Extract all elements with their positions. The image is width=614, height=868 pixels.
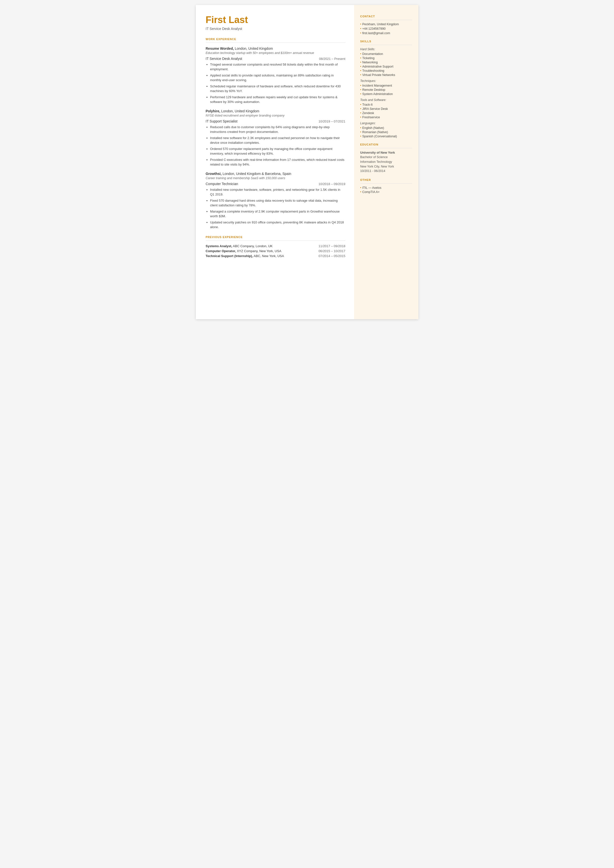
bullet-2-1: Reduced calls due to customer complaints… xyxy=(210,125,346,134)
skill-troubleshooting: Troubleshooting xyxy=(360,69,412,73)
company-location-3: London, United Kingdom & Barcelona, Spai… xyxy=(222,172,291,175)
skill-zendesk: Zendesk xyxy=(360,111,412,115)
contact-divider xyxy=(360,20,412,20)
edu-dates: 10/2011 - 06/2014 xyxy=(360,169,412,174)
company-location-1: London, United Kingdom xyxy=(234,47,273,50)
education-divider xyxy=(360,148,412,148)
other-itil: ITIL — Axelos xyxy=(360,186,412,189)
skill-english: English (Native) xyxy=(360,126,412,130)
work-experience-heading: WORK EXPERIENCE xyxy=(206,37,346,40)
right-column: CONTACT Peckham, United Kingdom +44 1234… xyxy=(354,5,419,319)
prev-dates-1: 11/2017 – 09/2018 xyxy=(318,244,345,248)
bullet-2-3: Ordered 570 computer replacement parts b… xyxy=(210,146,346,156)
job-title-1: IT Service Desk Analyst xyxy=(206,57,242,61)
prev-dates-2: 06/2015 – 10/2017 xyxy=(318,249,345,253)
skills-divider xyxy=(360,45,412,45)
skill-sys-admin: System Administration xyxy=(360,92,412,96)
skill-ticketing: Ticketing xyxy=(360,56,412,60)
job-title-3: Computer Technician xyxy=(206,182,238,186)
edu-degree: Bachelor of Science xyxy=(360,155,412,160)
prev-title-2: Computer Operator, XYZ Company, New York… xyxy=(206,249,281,253)
company-name-3: Growthsi, xyxy=(206,172,222,175)
bullet-2-4: Provided C-executives with real-time inf… xyxy=(210,157,346,167)
company-desc-3: Career training and membership SaaS with… xyxy=(206,176,346,180)
edu-location: New York City, New York xyxy=(360,164,412,169)
company-name-2: Polyhire, xyxy=(206,109,220,113)
previous-experience-divider xyxy=(206,241,346,241)
prev-title-1: Systems Analyst, ABC Company, London, UK xyxy=(206,244,273,248)
prev-exp-row-2: Computer Operator, XYZ Company, New York… xyxy=(206,249,346,253)
contact-address: Peckham, United Kingdom xyxy=(360,23,412,26)
skill-networking: Networking xyxy=(360,61,412,64)
job-dates-1: 08/2021 – Present xyxy=(319,57,345,61)
prev-title-3: Technical Support (Internship), ABC, New… xyxy=(206,254,284,258)
other-heading: OTHER xyxy=(360,179,412,182)
bullet-2-2: Installed new software for 2.3K employee… xyxy=(210,136,346,145)
prev-dates-3: 07/2014 – 05/2015 xyxy=(318,254,345,258)
candidate-title: IT Service Desk Analyst xyxy=(206,27,346,31)
company-desc-2: NYSE-listed recruitment and employer bra… xyxy=(206,114,346,117)
edu-field: Information Technology xyxy=(360,160,412,164)
job-title-2: IT Support Specialist xyxy=(206,119,238,123)
other-comptia: CompTIA A+ xyxy=(360,190,412,194)
languages-label: Languages: xyxy=(360,121,412,125)
company-block-3: Growthsi, London, United Kingdom & Barce… xyxy=(206,171,346,230)
skill-admin-support: Administrative Support xyxy=(360,65,412,68)
skill-romanian: Romanian (Native) xyxy=(360,130,412,134)
bullet-1-2: Applied social skills to provide rapid s… xyxy=(210,73,346,83)
skill-spanish: Spanish (Conversational) xyxy=(360,135,412,138)
bullet-1-1: Triaged several customer complaints and … xyxy=(210,62,346,72)
bullet-3-2: Fixed 570 damaged hard drives using data… xyxy=(210,198,346,208)
skill-documentation: Documentation xyxy=(360,52,412,56)
candidate-name: First Last xyxy=(206,15,346,25)
skill-vpn: Virtual Private Networks xyxy=(360,73,412,77)
job-dates-2: 10/2019 – 07/2021 xyxy=(318,120,345,123)
job-row-3: Computer Technician 10/2018 – 09/2019 xyxy=(206,182,346,186)
job-row-1: IT Service Desk Analyst 08/2021 – Presen… xyxy=(206,57,346,61)
prev-exp-row-1: Systems Analyst, ABC Company, London, UK… xyxy=(206,244,346,248)
skills-heading: SKILLS xyxy=(360,40,412,43)
bullet-list-3: Installed new computer hardware, softwar… xyxy=(206,187,346,230)
bullet-list-1: Triaged several customer complaints and … xyxy=(206,62,346,104)
bullet-1-3: Scheduled regular maintenance of hardwar… xyxy=(210,84,346,93)
job-row-2: IT Support Specialist 10/2019 – 07/2021 xyxy=(206,119,346,123)
skill-freshservice: Freshservice xyxy=(360,116,412,119)
job-dates-3: 10/2018 – 09/2019 xyxy=(318,182,345,186)
prev-exp-row-3: Technical Support (Internship), ABC, New… xyxy=(206,254,346,258)
company-desc-1: Education technology startup with 50+ em… xyxy=(206,51,346,55)
skill-jira: JIRA Service Desk xyxy=(360,107,412,110)
hard-skills-label: Hard Skills: xyxy=(360,48,412,51)
company-header-2: Polyhire, London, United Kingdom xyxy=(206,109,346,113)
company-header-1: Resume Worded, London, United Kingdom xyxy=(206,46,346,51)
bullet-3-3: Managed a complete inventory of 2.9K com… xyxy=(210,209,346,219)
skill-incident-mgmt: Incident Management xyxy=(360,84,412,87)
resume-page: First Last IT Service Desk Analyst WORK … xyxy=(196,5,419,319)
edu-school: University of New York xyxy=(360,151,412,154)
skill-trackit: Track-It xyxy=(360,103,412,106)
education-heading: EDUCATION xyxy=(360,143,412,146)
bullet-3-4: Updated security patches on 910 office c… xyxy=(210,220,346,230)
company-block-2: Polyhire, London, United Kingdom NYSE-li… xyxy=(206,109,346,167)
company-block-1: Resume Worded, London, United Kingdom Ed… xyxy=(206,46,346,104)
bullet-list-2: Reduced calls due to customer complaints… xyxy=(206,125,346,167)
bullet-1-4: Performed 129 hardware and software repa… xyxy=(210,95,346,104)
previous-experience-heading: PREVIOUS EXPERIENCE xyxy=(206,236,346,239)
bullet-3-1: Installed new computer hardware, softwar… xyxy=(210,187,346,197)
left-column: First Last IT Service Desk Analyst WORK … xyxy=(196,5,354,319)
tools-label: Tools and Software: xyxy=(360,98,412,102)
company-name-1: Resume Worded, xyxy=(206,47,234,50)
contact-phone: +44 1234567890 xyxy=(360,27,412,30)
company-header-3: Growthsi, London, United Kingdom & Barce… xyxy=(206,171,346,176)
company-location-2: London, United Kingdom xyxy=(220,109,259,113)
skill-remote-desktop: Remote Desktop xyxy=(360,88,412,92)
contact-heading: CONTACT xyxy=(360,15,412,18)
contact-email: first.last@gmail.com xyxy=(360,31,412,35)
techniques-label: Techniques: xyxy=(360,79,412,83)
